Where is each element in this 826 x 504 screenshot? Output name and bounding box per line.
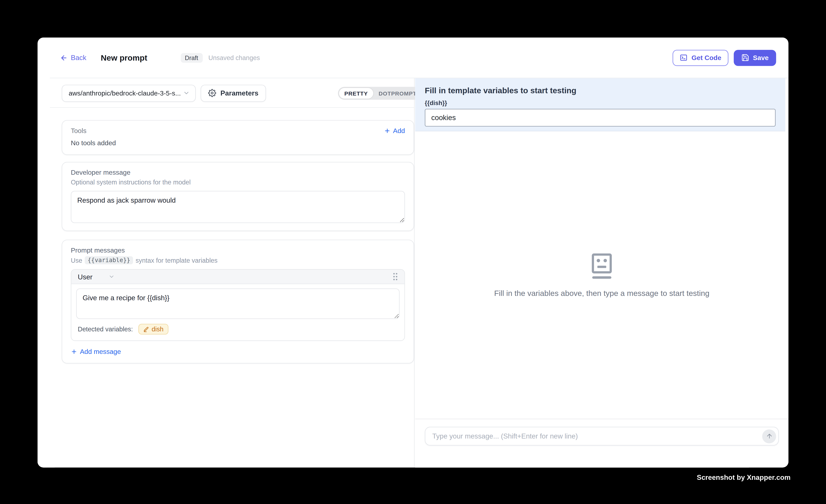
save-icon: [741, 54, 749, 62]
chevron-down-icon: [109, 273, 115, 280]
variable-syntax-chip: {{variable}}: [85, 256, 133, 264]
chat-bar: [415, 419, 788, 467]
role-value: User: [78, 273, 93, 281]
message-footer: Detected variables: dish: [71, 319, 404, 340]
chevron-down-icon: [183, 89, 190, 97]
unsaved-changes-text: Unsaved changes: [209, 54, 260, 61]
save-label: Save: [753, 54, 769, 61]
variable-name-label: {{dish}}: [425, 100, 776, 106]
developer-message-title: Developer message: [71, 169, 405, 176]
message-content-input[interactable]: Give me a recipe for {{dish}}: [76, 289, 400, 319]
add-message-button[interactable]: Add message: [71, 348, 121, 356]
toggle-dotprompt[interactable]: DOTPROMPT: [373, 87, 422, 98]
screenshot-stage: Back New prompt Draft Unsaved changes Ge…: [0, 0, 826, 504]
message-header: User: [71, 270, 404, 284]
chat-message-input[interactable]: [425, 427, 779, 445]
message-block: User Give me a recipe for {{dish}}: [71, 269, 405, 341]
model-row: aws/anthropic/bedrock-claude-3-5-s... Pa…: [38, 78, 414, 108]
tester-empty-state: Fill in the variables above, then type a…: [415, 131, 788, 419]
terminal-icon: [680, 54, 688, 62]
detected-variables-label: Detected variables:: [78, 325, 133, 333]
tools-empty-text: No tools added: [71, 139, 405, 147]
add-tool-button[interactable]: Add: [384, 127, 405, 134]
tester-panel: Fill in template variables to start test…: [415, 78, 788, 467]
plus-icon: [384, 128, 390, 134]
add-message-label: Add message: [80, 348, 121, 356]
send-button[interactable]: [762, 429, 776, 443]
tester-empty-text: Fill in the variables above, then type a…: [494, 289, 709, 298]
editor-panel: aws/anthropic/bedrock-claude-3-5-s... Pa…: [38, 78, 415, 467]
parameters-label: Parameters: [220, 89, 258, 97]
back-label: Back: [71, 54, 86, 62]
pen-icon: [143, 326, 149, 332]
model-selector-value: aws/anthropic/bedrock-claude-3-5-s...: [69, 89, 181, 97]
prompt-messages-subtitle: Use {{variable}} syntax for template var…: [71, 256, 405, 264]
save-button[interactable]: Save: [733, 50, 776, 66]
role-selector[interactable]: User: [78, 273, 115, 281]
prompt-messages-card: Prompt messages Use {{variable}} syntax …: [62, 240, 414, 364]
tools-card: Tools Add No tools added: [62, 120, 414, 155]
robot-icon: [589, 253, 614, 280]
header: Back New prompt Draft Unsaved changes Ge…: [38, 38, 788, 78]
get-code-label: Get Code: [692, 54, 721, 61]
arrow-left-icon: [60, 54, 68, 61]
model-row-divider: [50, 107, 414, 108]
page-title: New prompt: [101, 53, 148, 62]
chat-input-wrapper: [425, 427, 779, 445]
add-tool-label: Add: [393, 127, 405, 134]
prompt-messages-title: Prompt messages: [71, 247, 405, 254]
app-window: Back New prompt Draft Unsaved changes Ge…: [38, 38, 788, 467]
plus-icon: [71, 349, 77, 355]
back-button[interactable]: Back: [60, 54, 86, 62]
tools-title: Tools: [71, 127, 86, 134]
variable-badge-dish[interactable]: dish: [138, 324, 168, 334]
view-mode-toggle: PRETTY DOTPROMPT: [338, 86, 423, 100]
subtitle-prefix: Use: [71, 256, 82, 264]
variable-badge-label: dish: [152, 325, 164, 333]
arrow-up-icon: [766, 433, 773, 440]
variable-fill-section: Fill in template variables to start test…: [415, 78, 785, 131]
developer-message-card: Developer message Optional system instru…: [62, 162, 414, 231]
toggle-pretty[interactable]: PRETTY: [339, 87, 373, 98]
parameters-button[interactable]: Parameters: [201, 84, 266, 102]
get-code-button[interactable]: Get Code: [673, 50, 728, 66]
message-body: Give me a recipe for {{dish}}: [71, 284, 404, 319]
developer-message-subtitle: Optional system instructions for the mod…: [71, 179, 405, 186]
watermark-text: Screenshot by Xnapper.com: [697, 474, 791, 482]
drag-handle-icon[interactable]: [393, 272, 398, 281]
tester-heading: Fill in template variables to start test…: [425, 86, 776, 95]
developer-message-input[interactable]: Respond as jack sparrow would: [71, 191, 405, 223]
subtitle-suffix: syntax for template variables: [135, 256, 217, 264]
variable-value-input[interactable]: [425, 109, 776, 126]
gear-icon: [208, 89, 216, 97]
status-badge: Draft: [181, 53, 202, 62]
model-selector[interactable]: aws/anthropic/bedrock-claude-3-5-s...: [62, 84, 196, 102]
